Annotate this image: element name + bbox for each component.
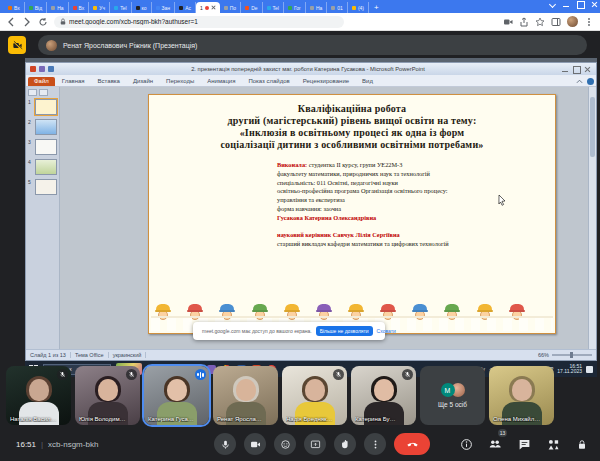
browser-tab[interactable]: Гог [284, 2, 306, 13]
slide-thumbnail[interactable]: 5 [28, 179, 57, 195]
browser-tab[interactable]: Tel [110, 2, 131, 13]
browser-tab[interactable]: На [47, 2, 68, 13]
participant-tile[interactable]: Юлія Володим… [75, 366, 140, 425]
browser-tab[interactable]: Уч [89, 2, 110, 13]
child-hat-brim [509, 310, 525, 312]
participant-tile[interactable]: Наталія Васил… [6, 366, 71, 425]
new-tab-button[interactable]: + [369, 3, 384, 13]
tab-search-icon[interactable] [549, 1, 556, 8]
zoom-level[interactable]: 66% [538, 352, 549, 358]
window-maximize-button[interactable] [577, 1, 584, 8]
slide-thumbnail[interactable]: 2 [28, 119, 57, 135]
tab-title: Уч [99, 5, 105, 11]
slide-body-line: управління та експертиза [277, 196, 549, 205]
forward-icon[interactable] [22, 17, 32, 27]
ribbon-tab[interactable]: Вставка [92, 77, 126, 86]
child-hat-brim [219, 310, 235, 312]
host-controls-button[interactable] [574, 433, 590, 455]
browser-tab[interactable]: По [220, 2, 241, 13]
more-options-button[interactable] [364, 433, 386, 455]
leave-call-button[interactable] [394, 433, 430, 455]
participant-tile[interactable]: Олена Михайл… [489, 366, 554, 425]
bookmark-star-icon[interactable] [535, 17, 545, 27]
person-face [512, 379, 532, 401]
slide-body: Виконала: студентка ІІ курсу, групи УЕ22… [277, 161, 549, 249]
window-minimize-button[interactable] [563, 1, 570, 8]
ribbon-tab-bar: Файл Главная Вставка Дизайн Переходы Ани… [26, 75, 596, 87]
participant-tile[interactable]: Ренат Яросла… [213, 366, 278, 425]
slide-thumbnail[interactable]: 4 [28, 159, 57, 175]
slide-thumbnail[interactable]: 3 [28, 139, 57, 155]
ribbon-tab[interactable]: Главная [56, 77, 91, 86]
meeting-details-button[interactable] [458, 433, 474, 455]
browser-tab[interactable]: (4) [348, 2, 369, 13]
share-icon[interactable] [519, 17, 529, 27]
raise-hand-button[interactable] [334, 433, 356, 455]
camera-button[interactable] [244, 433, 266, 455]
child-hat-brim [284, 310, 300, 312]
browser-tab[interactable]: Вх [4, 2, 25, 13]
scrollbar-thumb[interactable] [590, 97, 595, 157]
more-participants-tile[interactable]: M Ще 5 осіб [420, 366, 485, 425]
slide-body-line: старший викладач кафедри математики та ц… [277, 240, 549, 249]
browser-menu-icon[interactable] [584, 17, 594, 27]
browser-tab[interactable]: Ас [175, 2, 196, 13]
reload-icon[interactable] [38, 17, 48, 27]
ribbon-tab[interactable]: Дизайн [127, 77, 159, 86]
browser-tab[interactable]: Від [25, 2, 47, 13]
mic-button[interactable] [214, 433, 236, 455]
browser-tab[interactable]: ко [132, 2, 152, 13]
slide-red-text: Виконала: [277, 161, 307, 168]
tab-close-icon[interactable] [211, 5, 216, 10]
browser-tab[interactable]: Tel [263, 2, 284, 13]
self-camera-off-tile[interactable] [8, 36, 26, 54]
present-screen-button[interactable] [304, 433, 326, 455]
chat-button[interactable] [516, 433, 532, 455]
undo-icon[interactable] [48, 66, 54, 72]
tab-favicon-icon [267, 6, 271, 10]
presenter-banner[interactable]: Ренат Ярославович Ріжник (Презентація) [38, 35, 587, 55]
browser-tab[interactable]: De [241, 2, 262, 13]
address-bar[interactable]: meet.google.com/xcb-nsgm-bkh?authuser=1 [54, 16, 344, 28]
back-icon[interactable] [6, 17, 16, 27]
ribbon-tab[interactable]: Показ слайдов [242, 77, 295, 86]
slides-tab[interactable] [28, 89, 37, 96]
collapse-ribbon-icon[interactable] [576, 79, 583, 84]
browser-tab[interactable]: Вх [69, 2, 90, 13]
browser-tab[interactable]: 1 [196, 2, 220, 13]
stop-allowing-button[interactable]: Більше не дозволяти [316, 326, 373, 336]
browser-tab[interactable]: 01 [327, 2, 348, 13]
browser-tab[interactable]: Зан [152, 2, 176, 13]
vertical-scrollbar[interactable] [588, 87, 596, 349]
browser-tab[interactable]: На [306, 2, 327, 13]
activities-button[interactable] [545, 433, 561, 455]
ribbon-tab[interactable]: Переходы [160, 77, 200, 86]
hide-link[interactable]: Сховати [377, 328, 396, 334]
reactions-button[interactable] [274, 433, 296, 455]
ribbon-tab[interactable]: Файл [28, 77, 55, 86]
meet-main-area: Ренат Ярославович Ріжник (Презентація) 2… [0, 31, 600, 461]
ppt-close-button[interactable] [584, 66, 592, 73]
people-button[interactable]: 13 [487, 433, 503, 455]
ppt-minimize-button[interactable] [562, 66, 570, 73]
language-indicator[interactable]: украинский [113, 352, 147, 358]
profile-avatar[interactable] [567, 16, 578, 27]
ribbon-tab[interactable]: Анимация [201, 77, 241, 86]
participant-tile[interactable]: Надія Бредняк… [282, 366, 347, 425]
participant-tile[interactable]: Катерина Гуса… [144, 366, 209, 425]
ppt-maximize-button[interactable] [573, 66, 581, 73]
zoom-slider[interactable] [552, 354, 592, 356]
powerpoint-window-title: 2. презентація попередній захист маг. ро… [57, 66, 559, 72]
window-close-button[interactable] [591, 1, 598, 8]
slide-thumbnail[interactable]: 1 [28, 99, 57, 115]
ribbon-tab[interactable]: Рецензирование [297, 77, 355, 86]
help-icon[interactable] [587, 78, 594, 85]
media-indicator-icon[interactable] [503, 17, 513, 27]
save-icon[interactable] [39, 66, 45, 72]
tab-title: На [316, 5, 322, 11]
person-face [29, 379, 49, 401]
outline-tab[interactable] [39, 89, 48, 96]
participant-tile[interactable]: Катерина Бу… [351, 366, 416, 425]
side-panel-icon[interactable] [551, 17, 561, 27]
ribbon-tab[interactable]: Вид [356, 77, 379, 86]
